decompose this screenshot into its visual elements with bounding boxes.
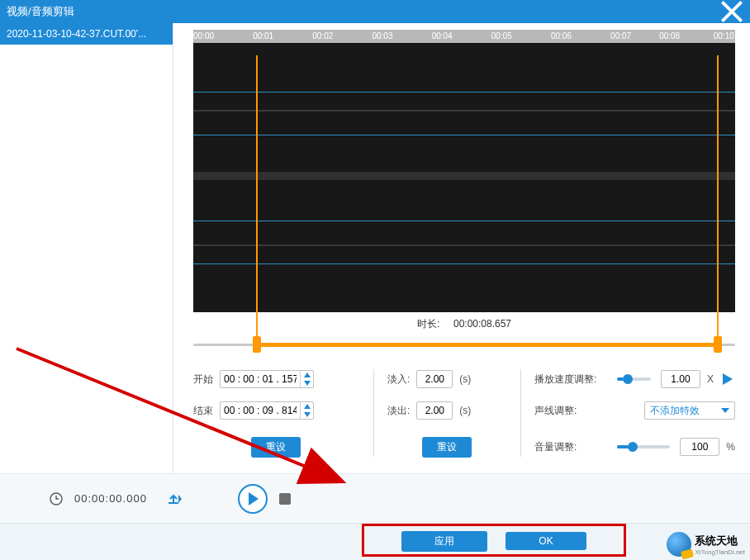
timeline-ruler: 00:00 00:01 00:02 00:03 00:04 00:05 00:0… <box>193 30 735 43</box>
end-time-input[interactable] <box>220 401 314 420</box>
duration-value: 00:00:08.657 <box>453 318 511 330</box>
ok-button[interactable]: OK <box>506 532 586 550</box>
ruler-tick: 00:02 <box>312 31 333 40</box>
play-button[interactable] <box>238 484 268 514</box>
spinner-up-icon[interactable] <box>301 371 313 379</box>
apply-button[interactable]: 应用 <box>401 531 487 552</box>
fade-in-input[interactable] <box>416 370 453 388</box>
close-icon[interactable] <box>720 0 743 23</box>
globe-icon <box>667 532 691 557</box>
fade-out-unit: (s) <box>459 405 471 416</box>
volume-slider[interactable] <box>617 445 670 448</box>
start-time-field[interactable] <box>221 373 300 385</box>
slider-knob[interactable] <box>623 374 633 384</box>
spinner-down-icon[interactable] <box>301 411 313 419</box>
spinner-up-icon[interactable] <box>301 402 313 411</box>
trim-end-handle[interactable] <box>714 336 722 353</box>
ruler-tick: 00:10 <box>714 31 734 40</box>
speed-slider[interactable] <box>617 377 651 381</box>
ruler-tick: 00:04 <box>432 31 453 40</box>
trim-slider[interactable] <box>193 336 735 354</box>
export-icon[interactable] <box>167 492 182 505</box>
fade-out-field[interactable] <box>417 405 452 416</box>
fade-in-unit: (s) <box>459 373 471 385</box>
volume-unit: % <box>726 441 735 453</box>
ruler-tick: 00:01 <box>253 31 273 40</box>
file-list-item[interactable]: 2020-11-03-10-42-37.CUT.00'... <box>0 23 173 45</box>
sidebar: 2020-11-03-10-42-37.CUT.00'... <box>0 23 173 473</box>
start-label: 开始 <box>193 373 213 387</box>
ruler-tick: 00:05 <box>491 31 512 40</box>
branding-name: 系统天地 <box>695 534 745 548</box>
fade-out-input[interactable] <box>416 401 453 420</box>
playback-time: 00:00:00.000 <box>74 492 147 505</box>
stop-button[interactable] <box>279 493 291 505</box>
reset-fade-button[interactable]: 重设 <box>422 437 472 458</box>
volume-label: 音量调整: <box>534 440 607 454</box>
reset-trim-button[interactable]: 重设 <box>251 437 301 458</box>
fade-in-field[interactable] <box>417 373 452 385</box>
fade-in-label: 淡入: <box>387 373 410 387</box>
preview-speed-icon[interactable] <box>720 372 735 387</box>
ruler-tick: 00:03 <box>372 31 392 40</box>
branding-logo: 系统天地 XiTongTianDi.net <box>667 532 745 557</box>
ruler-tick: 00:00 <box>193 31 214 40</box>
voice-effect-value: 不添加特效 <box>650 404 700 418</box>
waveform-area[interactable] <box>193 43 735 312</box>
slider-knob[interactable] <box>628 442 638 452</box>
window-title: 视频/音频剪辑 <box>7 4 720 19</box>
voice-label: 声线调整: <box>534 404 607 418</box>
branding-url: XiTongTianDi.net <box>695 548 745 556</box>
speed-unit: X <box>707 373 714 385</box>
ruler-tick: 00:06 <box>551 31 572 40</box>
spinner-down-icon[interactable] <box>301 379 313 387</box>
clock-icon <box>50 492 63 505</box>
fade-out-label: 淡出: <box>387 404 410 418</box>
chevron-down-icon <box>721 408 729 413</box>
ruler-tick: 00:08 <box>659 31 680 40</box>
voice-effect-select[interactable]: 不添加特效 <box>644 401 735 420</box>
duration-label: 时长: <box>417 318 439 330</box>
speed-value-input[interactable] <box>661 370 700 388</box>
annotation-box: 应用 OK <box>362 524 626 557</box>
volume-value-input[interactable] <box>680 438 719 456</box>
end-label: 结束 <box>193 404 213 418</box>
speed-label: 播放速度调整: <box>534 373 607 387</box>
start-time-input[interactable] <box>220 370 314 388</box>
trim-start-handle[interactable] <box>253 336 261 353</box>
end-time-field[interactable] <box>221 405 300 416</box>
ruler-tick: 00:07 <box>610 31 631 40</box>
